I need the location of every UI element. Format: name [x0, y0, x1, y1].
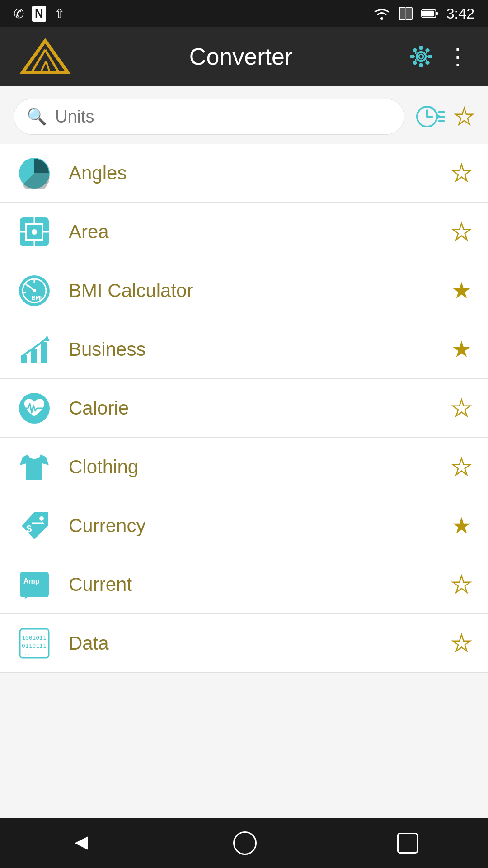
svg-rect-50 [41, 342, 47, 363]
svg-text:1001011: 1001011 [22, 634, 47, 641]
svg-rect-21 [412, 60, 417, 65]
list-item-angles[interactable]: Angles ★ [0, 144, 488, 203]
current-icon: Amp [16, 566, 52, 603]
svg-line-12 [46, 61, 50, 72]
sim-icon [399, 6, 413, 21]
history-icon[interactable] [413, 103, 445, 130]
status-bar: ✆ N ⇧ 3:42 [0, 0, 488, 27]
bmi-favorite-star[interactable]: ★ [451, 278, 472, 304]
notification-icon: N [32, 6, 46, 22]
search-wrapper: 🔍 [14, 99, 404, 135]
app-title: Converter [189, 43, 292, 70]
business-label: Business [69, 339, 451, 360]
svg-rect-5 [422, 11, 433, 17]
bmi-calc-icon: BMI [16, 273, 52, 309]
wifi-icon [373, 7, 390, 20]
list-item-area[interactable]: Area ★ [0, 203, 488, 261]
data-icon: 1001011 0110111 ... [16, 625, 52, 661]
svg-marker-6 [23, 41, 68, 72]
currency-label: Currency [69, 515, 451, 537]
area-icon [16, 214, 52, 250]
status-left-icons: ✆ N ⇧ [14, 6, 65, 22]
svg-point-46 [33, 289, 36, 292]
svg-rect-4 [436, 12, 438, 15]
recents-button[interactable] [397, 833, 418, 854]
calorie-favorite-star[interactable]: ★ [451, 395, 472, 421]
clothing-label: Clothing [69, 456, 451, 478]
business-favorite-star[interactable]: ★ [451, 336, 472, 363]
currency-favorite-star[interactable]: ★ [451, 513, 472, 539]
search-bar-section: 🔍 ★ [0, 86, 488, 144]
phone-icon: ✆ [14, 6, 24, 21]
calorie-label: Calorie [69, 397, 451, 419]
svg-rect-16 [419, 63, 423, 67]
list-item-currency[interactable]: $ Currency ★ [0, 496, 488, 555]
svg-text:Amp: Amp [23, 577, 40, 585]
svg-marker-64 [75, 836, 88, 850]
svg-text:0110111: 0110111 [22, 642, 47, 649]
settings-icon[interactable] [409, 45, 433, 68]
converters-list: Angles ★ Area ★ [0, 144, 488, 818]
area-favorite-star[interactable]: ★ [451, 219, 472, 245]
list-item-calorie[interactable]: Calorie ★ [0, 379, 488, 438]
status-right-icons: 3:42 [373, 5, 474, 22]
svg-rect-22 [425, 60, 430, 65]
svg-rect-48 [21, 355, 27, 363]
status-time: 3:42 [446, 5, 474, 22]
svg-rect-18 [428, 55, 432, 58]
upload-icon: ⇧ [54, 6, 65, 21]
svg-rect-20 [425, 47, 430, 52]
svg-line-10 [45, 50, 59, 72]
more-options-icon[interactable]: ⋮ [446, 45, 470, 68]
svg-rect-17 [410, 55, 414, 58]
data-label: Data [69, 632, 451, 654]
svg-text:...: ... [22, 651, 30, 656]
list-item-data[interactable]: 1001011 0110111 ... Data ★ [0, 614, 488, 673]
svg-rect-49 [31, 349, 37, 363]
svg-point-39 [32, 229, 37, 235]
list-item-clothing[interactable]: Clothing ★ [0, 438, 488, 496]
app-logo [18, 36, 72, 77]
svg-text:$: $ [26, 523, 32, 534]
angles-favorite-star[interactable]: ★ [451, 160, 472, 186]
area-label: Area [69, 221, 451, 243]
svg-rect-19 [412, 47, 417, 52]
search-magnifier-icon: 🔍 [27, 107, 47, 126]
svg-point-0 [380, 17, 383, 20]
list-item-bmi[interactable]: BMI BMI Calculator ★ [0, 261, 488, 320]
bottom-navigation [0, 818, 488, 868]
data-favorite-star[interactable]: ★ [451, 630, 472, 656]
header-actions: ⋮ [409, 45, 470, 68]
bmi-label: BMI Calculator [69, 280, 451, 302]
business-icon [16, 331, 52, 368]
list-item-current[interactable]: Amp Current ★ [0, 555, 488, 614]
clothing-favorite-star[interactable]: ★ [451, 454, 472, 480]
clothing-icon [16, 449, 52, 485]
svg-marker-31 [437, 114, 441, 119]
search-input[interactable] [55, 107, 391, 127]
current-label: Current [69, 574, 451, 595]
currency-icon: $ [16, 508, 52, 544]
svg-text:BMI: BMI [32, 295, 42, 301]
favorites-filter-icon[interactable]: ★ [454, 104, 474, 130]
back-button[interactable] [70, 832, 93, 854]
svg-point-53 [39, 516, 44, 521]
app-header: Converter [0, 27, 488, 86]
battery-icon [421, 8, 438, 19]
calorie-icon [16, 390, 52, 426]
current-favorite-star[interactable]: ★ [451, 571, 472, 598]
angles-label: Angles [69, 162, 451, 184]
svg-line-11 [41, 61, 46, 72]
home-button[interactable] [233, 831, 257, 855]
svg-rect-15 [419, 46, 423, 50]
angles-icon [16, 155, 52, 191]
list-item-business[interactable]: Business ★ [0, 320, 488, 379]
